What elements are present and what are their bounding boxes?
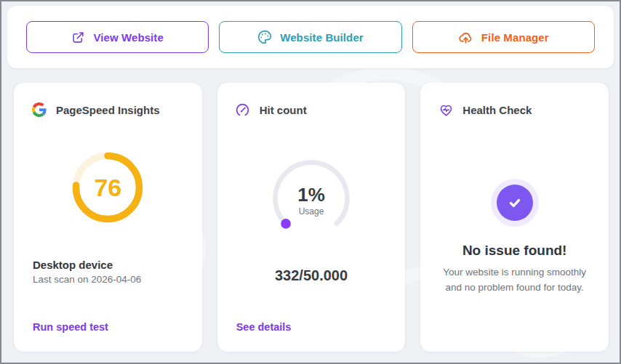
dashboard-screen: View Website Website Builder xyxy=(0,0,621,364)
view-website-label: View Website xyxy=(93,31,164,44)
checkmark-icon xyxy=(506,194,524,211)
pagespeed-card: PageSpeed Insights 76 Desktop device Las… xyxy=(14,83,202,352)
hit-count-gauge-dot xyxy=(281,219,291,229)
pagespeed-card-header: PageSpeed Insights xyxy=(31,102,188,118)
health-line1: Your website is running smoothly xyxy=(443,267,586,278)
health-heading: No issue found! xyxy=(420,243,609,259)
cloud-upload-icon xyxy=(458,30,473,45)
hit-count-value: 332/50.000 xyxy=(217,267,406,284)
health-status-icon xyxy=(497,185,533,221)
pagespeed-score: 76 xyxy=(70,150,145,225)
view-website-button[interactable]: View Website xyxy=(26,21,209,53)
see-details-link[interactable]: See details xyxy=(236,321,292,333)
hit-count-gauge: 1% Usage xyxy=(270,157,353,240)
heart-pulse-icon xyxy=(438,102,454,118)
external-link-icon xyxy=(71,31,85,44)
file-manager-label: File Manager xyxy=(481,31,549,44)
usage-label: Usage xyxy=(270,206,353,217)
palette-icon xyxy=(257,30,272,44)
hit-count-usage: 1% Usage xyxy=(270,185,353,217)
health-message: Your website is running smoothly and no … xyxy=(428,264,601,295)
cards-row: PageSpeed Insights 76 Desktop device Las… xyxy=(14,83,609,352)
health-line2: and no problem found for today. xyxy=(445,282,583,293)
health-check-card-header: Health Check xyxy=(438,102,594,118)
quick-actions-bar: View Website Website Builder xyxy=(7,6,614,68)
website-builder-label: Website Builder xyxy=(280,31,364,44)
hit-count-card-header: Hit count xyxy=(235,102,391,118)
google-logo-icon xyxy=(31,102,47,118)
run-speed-test-link[interactable]: Run speed test xyxy=(33,321,108,333)
website-builder-button[interactable]: Website Builder xyxy=(219,21,401,53)
health-check-card: Health Check No issue found! Your websit… xyxy=(420,83,609,352)
hit-count-card-title: Hit count xyxy=(260,104,307,116)
last-scan-text: Last scan on 2026-04-06 xyxy=(33,274,188,285)
pagespeed-card-title: PageSpeed Insights xyxy=(56,104,160,116)
pagespeed-gauge: 76 xyxy=(70,150,145,225)
hit-count-card: Hit count 1% Usage 332/50.000 See detail… xyxy=(217,83,406,352)
speedometer-icon xyxy=(235,102,251,118)
file-manager-button[interactable]: File Manager xyxy=(412,21,595,53)
health-check-card-title: Health Check xyxy=(462,104,532,116)
device-info: Desktop device Last scan on 2026-04-06 xyxy=(33,259,188,285)
usage-percent: 1% xyxy=(270,185,353,205)
device-label: Desktop device xyxy=(33,259,188,271)
